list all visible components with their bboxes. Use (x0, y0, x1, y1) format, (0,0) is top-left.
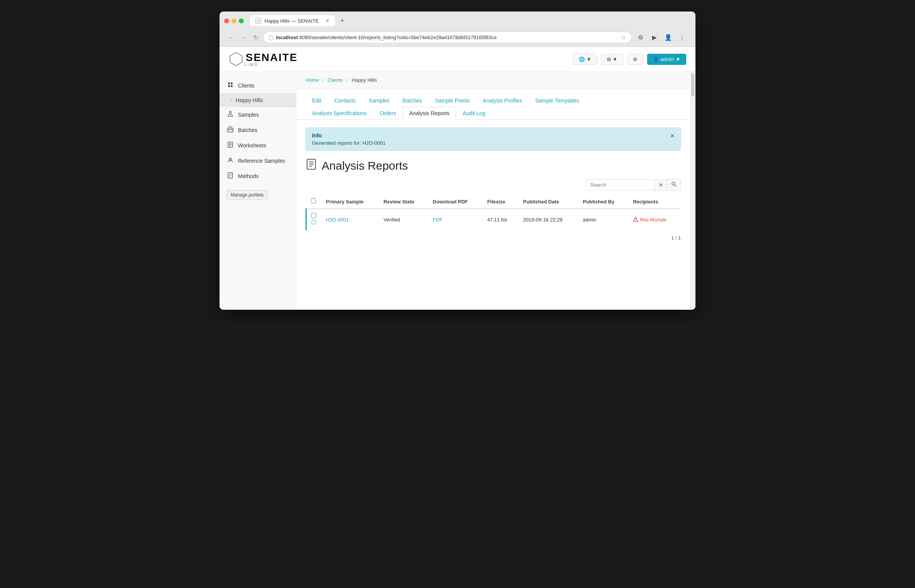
pdf-download-link[interactable]: PDF (433, 217, 443, 223)
url-domain: localhost (276, 35, 298, 40)
tab-orders[interactable]: Orders (373, 107, 403, 120)
page-title: Analysis Reports (322, 159, 408, 172)
app-logo: SENAITE LIMS (229, 51, 297, 67)
reload-btn[interactable]: ↻ (252, 32, 260, 43)
analysis-reports-table: Primary Sample Review State Download PDF… (306, 195, 681, 230)
tab-sample-points[interactable]: Sample Points (428, 94, 476, 107)
tab-samples[interactable]: Samples (362, 94, 396, 107)
pagination-separator: / (676, 235, 678, 241)
url-text: localhost:8080/senaite/clients/client-10… (276, 35, 615, 40)
sidebar-item-samples[interactable]: Samples (220, 107, 296, 122)
breadcrumb-clients[interactable]: Clients (328, 77, 343, 83)
sidebar-worksheets-label: Worksheets (238, 142, 266, 149)
browser-tab[interactable]: ⬡ Happy Hills — SENAITE ✕ (250, 15, 335, 26)
row-checkbox-cell: ⓘ (306, 209, 322, 230)
methods-icon (226, 172, 234, 180)
svg-point-23 (672, 182, 675, 185)
language-btn-chevron: ▼ (586, 56, 591, 62)
info-box-close-btn[interactable]: × (670, 132, 674, 139)
recipient-link[interactable]: Rita Mohale (640, 217, 666, 223)
new-tab-btn[interactable]: + (340, 17, 345, 25)
forward-btn[interactable]: → (239, 33, 249, 43)
tab-contacts[interactable]: Contacts (328, 94, 362, 107)
sample-link[interactable]: H2O-0001 (326, 217, 349, 223)
sidebar-item-reference-samples[interactable]: Reference Samples (220, 153, 296, 168)
table-row: ⓘ H2O-0001 Verified PDF 47.11 Kb (306, 209, 681, 230)
address-input[interactable]: ◯ localhost:8080/senaite/clients/client-… (263, 31, 632, 43)
tab-audit-log[interactable]: Audit Log (456, 107, 492, 120)
profile-btn[interactable]: 👤 (662, 32, 674, 43)
cell-review-state: Verified (379, 209, 428, 230)
cell-filesize: 47.11 Kb (482, 209, 518, 230)
search-group: ✕ (585, 179, 681, 191)
svg-marker-0 (230, 53, 242, 66)
sidebar-item-happy-hills[interactable]: › Happy Hills (220, 93, 296, 107)
tab-analysis-profiles[interactable]: Analysis Profiles (476, 94, 529, 107)
svg-rect-5 (230, 111, 231, 114)
sidebar-item-methods[interactable]: Methods (220, 168, 296, 184)
pagination-total: 1 (678, 235, 681, 241)
bookmark-icon[interactable]: ☆ (621, 34, 626, 41)
menu-btn[interactable]: ⋮ (676, 32, 688, 43)
table-body: ⓘ H2O-0001 Verified PDF 47.11 Kb (306, 209, 681, 230)
breadcrumb-home[interactable]: Home (306, 77, 319, 83)
sidebar-item-batches[interactable]: Batches (220, 122, 296, 138)
close-window-btn[interactable] (224, 18, 229, 23)
extensions-btn[interactable]: ⚙ (635, 32, 646, 43)
logo-hexagon-icon (229, 52, 243, 66)
col-recipients: Recipients (628, 195, 681, 209)
page-title-icon (306, 159, 317, 173)
search-icon (671, 182, 677, 187)
maximize-window-btn[interactable] (239, 18, 244, 23)
cell-recipients: Rita Mohale (628, 209, 681, 230)
admin-btn[interactable]: 👤 admin ▼ (647, 54, 686, 65)
page-title-area: Analysis Reports (306, 159, 681, 173)
col-published-date: Published Date (519, 195, 578, 209)
sidebar-item-clients[interactable]: Clients (220, 78, 296, 93)
svg-point-13 (230, 159, 231, 160)
scrollbar-thumb[interactable] (691, 73, 694, 96)
cell-published-date: 2019-09-16 22:29 (519, 209, 578, 230)
svg-rect-6 (228, 128, 233, 132)
tab-analysis-specifications[interactable]: Analysis Specifications (306, 107, 373, 120)
search-clear-btn[interactable]: ✕ (654, 179, 667, 191)
tab-sample-templates[interactable]: Sample Templates (529, 94, 586, 107)
worksheets-icon (226, 142, 234, 149)
breadcrumb-sep-2: / (347, 77, 348, 83)
grid-icon: ⊞ (607, 56, 611, 62)
sidebar-batches-label: Batches (238, 127, 258, 133)
select-all-checkbox[interactable] (311, 198, 316, 203)
clients-icon (226, 82, 234, 89)
info-box-title: Info (312, 132, 386, 139)
sidebar-item-worksheets[interactable]: Worksheets (220, 138, 296, 153)
svg-rect-18 (307, 159, 315, 169)
tab-close-btn[interactable]: ✕ (325, 18, 330, 24)
col-review-state: Review State (379, 195, 428, 209)
tab-edit[interactable]: Edit (306, 94, 328, 107)
header-actions: 🌐 ▼ ⊞ ▼ ⚙ 👤 admin ▼ (573, 54, 686, 65)
security-icon: ◯ (269, 35, 274, 40)
manage-portlets-btn[interactable]: Manage portlets (226, 190, 268, 200)
tab-batches[interactable]: Batches (396, 94, 429, 107)
back-btn[interactable]: ← (227, 33, 236, 43)
batches-icon (226, 126, 234, 134)
info-icon[interactable]: ⓘ (311, 219, 317, 225)
grid-btn[interactable]: ⊞ ▼ (601, 54, 623, 65)
url-path: :8080/senaite/clients/client-10/reports_… (298, 35, 497, 40)
search-go-btn[interactable] (667, 179, 681, 191)
tab-navigation: Edit Contacts Samples Batches Sample Poi… (296, 89, 690, 120)
tab-analysis-reports[interactable]: Analysis Reports (403, 107, 456, 120)
cast-btn[interactable]: ▶ (649, 32, 660, 43)
scrollbar-track[interactable] (690, 72, 695, 310)
settings-btn[interactable]: ⚙ (627, 54, 643, 65)
row-checkbox[interactable] (311, 213, 316, 218)
select-all-header (306, 195, 322, 209)
warning-icon (633, 216, 638, 223)
breadcrumb-sep-1: / (322, 77, 324, 83)
globe-icon: 🌐 (579, 56, 585, 62)
browser-toolbar-actions: ⚙ ▶ 👤 ⋮ (635, 32, 688, 43)
minimize-window-btn[interactable] (231, 18, 236, 23)
breadcrumb-current: Happy Hills (352, 77, 377, 83)
search-input[interactable] (585, 179, 654, 190)
language-btn[interactable]: 🌐 ▼ (573, 54, 597, 65)
